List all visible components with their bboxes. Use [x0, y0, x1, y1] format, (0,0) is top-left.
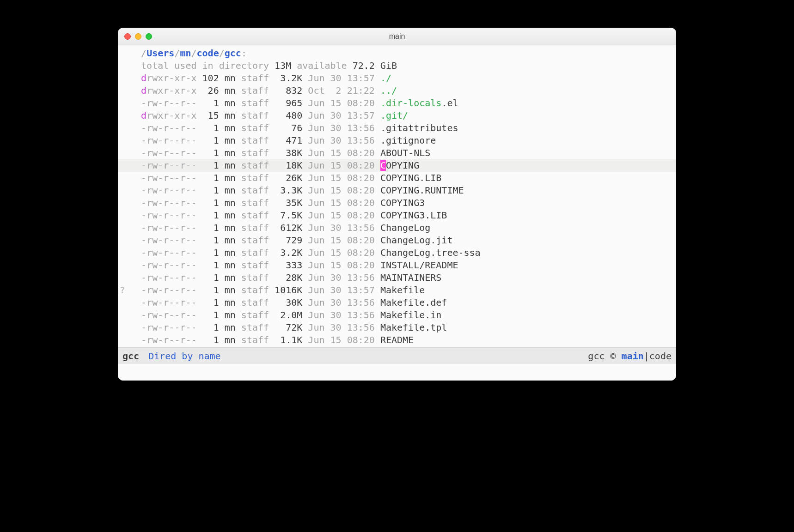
dired-entry[interactable]: drwxr-xr-x 102 mn staff 3.2K Jun 30 13:5…	[118, 72, 676, 85]
dired-entry[interactable]: -rw-r--r-- 1 mn staff 35K Jun 15 08:20 C…	[118, 197, 676, 209]
perm-bits: rw-r--r--	[147, 222, 196, 233]
perm-type: -	[141, 97, 147, 109]
file-name: ChangeLog	[380, 222, 430, 233]
file-ext: .el	[441, 97, 458, 109]
perm-type: -	[141, 334, 147, 345]
link-count: 1	[197, 97, 219, 109]
file-name: Makefile.tpl	[380, 322, 447, 333]
dired-entry[interactable]: -rw-r--r-- 1 mn staff 26K Jun 15 08:20 C…	[118, 172, 676, 184]
link-count: 26	[197, 85, 219, 96]
dired-entry[interactable]: -rw-r--r-- 1 mn staff 3.3K Jun 15 08:20 …	[118, 184, 676, 197]
perm-bits: rw-r--r--	[147, 97, 196, 109]
dired-buffer[interactable]: /Users/mn/code/gcc: total used in direct…	[118, 45, 676, 347]
date: Jun 15 08:20	[302, 260, 375, 271]
link-count: 1	[197, 160, 219, 171]
group: staff	[236, 210, 269, 221]
summary-label: available	[291, 60, 352, 71]
link-count: 1	[197, 260, 219, 271]
date: Jun 30 13:56	[302, 222, 375, 233]
dired-entry[interactable]: drwxr-xr-x 26 mn staff 832 Oct 2 21:22 .…	[118, 85, 676, 97]
dired-entry[interactable]: -rw-r--r-- 1 mn staff 30K Jun 30 13:56 M…	[118, 296, 676, 309]
perm-bits: rw-r--r--	[147, 309, 196, 320]
perm-type: -	[141, 172, 147, 183]
link-count: 15	[197, 110, 219, 121]
size: 832	[269, 85, 302, 96]
perm-type: -	[141, 135, 147, 146]
dired-entry[interactable]: -rw-r--r-- 1 mn staff 7.5K Jun 15 08:20 …	[118, 209, 676, 222]
dired-entry[interactable]: ? -rw-r--r-- 1 mn staff 1016K Jun 30 13:…	[118, 284, 676, 296]
perm-bits: rw-r--r--	[147, 284, 196, 296]
perm-bits: rw-r--r--	[147, 197, 196, 208]
owner: mn	[219, 73, 236, 84]
date: Oct 2 21:22	[302, 85, 375, 96]
path-segment[interactable]: gcc	[225, 48, 241, 59]
size: 471	[269, 135, 302, 146]
perm-bits: rw-r--r--	[147, 235, 196, 246]
dired-entry[interactable]: -rw-r--r-- 1 mn staff 28K Jun 30 13:56 M…	[118, 272, 676, 284]
size: 965	[269, 97, 302, 109]
perm-bits: rw-r--r--	[147, 334, 196, 345]
file-name: INSTALL/README	[380, 260, 458, 271]
modeline-buffer-name: gcc	[122, 348, 139, 364]
dired-entry[interactable]: -rw-r--r-- 1 mn staff 38K Jun 15 08:20 A…	[118, 147, 676, 159]
titlebar: main	[118, 28, 676, 45]
path-sep: /	[191, 48, 196, 59]
date: Jun 30 13:56	[302, 309, 375, 320]
cursor-char: C	[380, 160, 386, 171]
path-segment[interactable]: mn	[180, 48, 191, 59]
vc-status-icon: ?	[120, 284, 125, 296]
size: 480	[269, 110, 302, 121]
link-count: 1	[197, 147, 219, 158]
group: staff	[236, 272, 269, 283]
dired-entry[interactable]: -rw-r--r-- 1 mn staff 3.2K Jun 15 08:20 …	[118, 247, 676, 259]
dired-entry[interactable]: -rw-r--r-- 1 mn staff 333 Jun 15 08:20 I…	[118, 259, 676, 272]
path-segment[interactable]: Users	[147, 48, 174, 59]
dired-entry[interactable]: -rw-r--r-- 1 mn staff 1.1K Jun 15 08:20 …	[118, 334, 676, 346]
group: staff	[236, 334, 269, 345]
link-count: 1	[197, 322, 219, 333]
perm-type: d	[141, 85, 147, 96]
dired-entry[interactable]: drwxr-xr-x 15 mn staff 480 Jun 30 13:57 …	[118, 109, 676, 122]
size: 333	[269, 260, 302, 271]
perm-bits: rw-r--r--	[147, 185, 196, 196]
date: Jun 15 08:20	[302, 235, 375, 246]
size: 76	[269, 122, 302, 133]
date: Jun 15 08:20	[302, 334, 375, 345]
link-count: 1	[197, 235, 219, 246]
dired-entry[interactable]: -rw-r--r-- 1 mn staff 965 Jun 15 08:20 .…	[118, 97, 676, 109]
owner: mn	[219, 147, 236, 158]
owner: mn	[219, 222, 236, 233]
group: staff	[236, 122, 269, 133]
dired-entry[interactable]: -rw-r--r-- 1 mn staff 72K Jun 30 13:56 M…	[118, 321, 676, 334]
file-name: README	[380, 334, 414, 345]
perm-type: -	[141, 309, 147, 320]
perm-bits: rw-r--r--	[147, 322, 196, 333]
dired-entry[interactable]: -rw-r--r-- 1 mn staff 76 Jun 30 13:56 .g…	[118, 122, 676, 134]
perm-type: -	[141, 297, 147, 308]
size: 28K	[269, 272, 302, 283]
perm-type: -	[141, 147, 147, 158]
dired-entry[interactable]: -rw-r--r-- 1 mn staff 729 Jun 15 08:20 C…	[118, 234, 676, 247]
owner: mn	[219, 110, 236, 121]
size: 612K	[269, 222, 302, 233]
date: Jun 15 08:20	[302, 185, 375, 196]
owner: mn	[219, 160, 236, 171]
file-name: MAINTAINERS	[380, 272, 441, 283]
date: Jun 15 08:20	[302, 247, 375, 258]
dired-entry[interactable]: -rw-r--r-- 1 mn staff 2.0M Jun 30 13:56 …	[118, 309, 676, 321]
owner: mn	[219, 235, 236, 246]
mode-line: gcc Dired by name gcc © main|code	[118, 347, 676, 364]
owner: mn	[219, 85, 236, 96]
modeline-vc-icon: ©	[611, 351, 616, 362]
dired-entry[interactable]: -rw-r--r-- 1 mn staff 612K Jun 30 13:56 …	[118, 222, 676, 234]
link-count: 1	[197, 309, 219, 320]
summary-used: 13M	[275, 60, 291, 71]
group: staff	[236, 222, 269, 233]
path-segment[interactable]: code	[197, 48, 219, 59]
perm-type: -	[141, 197, 147, 208]
group: staff	[236, 309, 269, 320]
dired-entry[interactable]: -rw-r--r-- 1 mn staff 18K Jun 15 08:20 C…	[118, 159, 676, 172]
dired-entry[interactable]: -rw-r--r-- 1 mn staff 471 Jun 30 13:56 .…	[118, 134, 676, 147]
group: staff	[236, 235, 269, 246]
date: Jun 15 08:20	[302, 197, 375, 208]
